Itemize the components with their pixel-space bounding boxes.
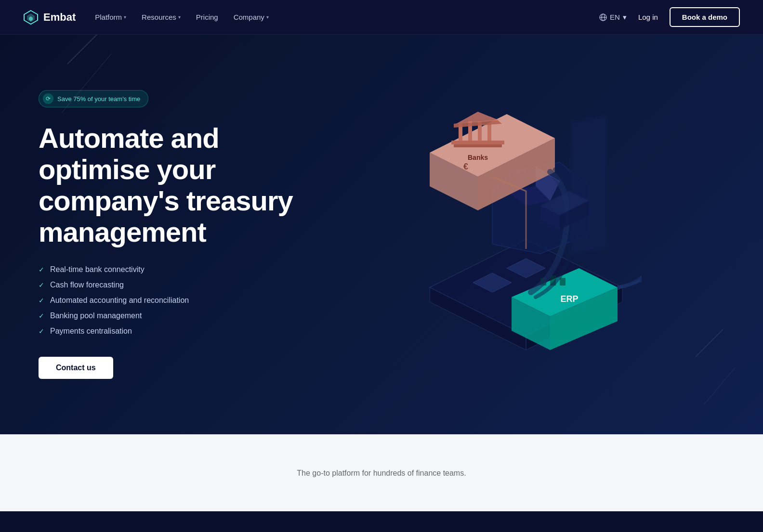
list-item: ✓ Real-time bank connectivity [39, 265, 308, 274]
navbar: Embat Platform ▾ Resources ▾ Pricing Com… [0, 0, 763, 35]
hero-illustration: ERP [308, 85, 724, 384]
contact-us-button[interactable]: Contact us [39, 357, 113, 379]
svg-rect-15 [454, 144, 502, 147]
check-icon: ✓ [39, 266, 44, 273]
logo-icon [23, 10, 39, 25]
hero-features-list: ✓ Real-time bank connectivity ✓ Cash flo… [39, 265, 308, 336]
hero-title: Automate and optimise your company's tre… [39, 123, 308, 248]
nav-right: EN ▾ Log in Book a demo [599, 7, 740, 27]
language-selector[interactable]: EN ▾ [599, 13, 627, 22]
svg-rect-19 [572, 117, 605, 253]
svg-text:Banks: Banks [468, 154, 488, 161]
chevron-down-icon: ▾ [124, 14, 126, 20]
check-icon: ✓ [39, 327, 44, 335]
check-icon: ✓ [39, 312, 44, 320]
svg-rect-9 [560, 278, 566, 285]
svg-rect-14 [451, 141, 504, 144]
check-icon: ✓ [39, 281, 44, 289]
nav-links: Platform ▾ Resources ▾ Pricing Company ▾ [95, 13, 269, 21]
chevron-down-icon: ▾ [266, 14, 269, 20]
svg-text:€: € [463, 162, 468, 171]
nav-item-pricing[interactable]: Pricing [196, 13, 218, 21]
badge-icon: ⟳ [43, 93, 53, 104]
hero-badge: ⟳ Save 75% of your team's time [39, 90, 148, 107]
globe-icon [599, 13, 607, 21]
chevron-down-icon: ▾ [178, 14, 181, 20]
check-icon: ✓ [39, 297, 44, 304]
footer-strip: The go-to platform for hundreds of finan… [0, 434, 763, 511]
nav-item-company[interactable]: Company ▾ [234, 13, 269, 21]
svg-rect-13 [487, 124, 491, 141]
hero-content: ⟳ Save 75% of your team's time Automate … [39, 90, 308, 379]
treasury-illustration: ERP [391, 95, 642, 374]
nav-left: Embat Platform ▾ Resources ▾ Pricing Com… [23, 10, 269, 25]
login-button[interactable]: Log in [638, 13, 658, 21]
svg-text:ERP: ERP [560, 294, 578, 304]
nav-item-platform[interactable]: Platform ▾ [95, 13, 126, 21]
logo[interactable]: Embat [23, 10, 76, 25]
list-item: ✓ Automated accounting and reconciliatio… [39, 296, 308, 305]
chevron-down-icon: ▾ [623, 13, 627, 22]
footer-tagline: The go-to platform for hundreds of finan… [297, 469, 466, 478]
book-demo-button[interactable]: Book a demo [670, 7, 740, 27]
list-item: ✓ Cash flow forecasting [39, 281, 308, 289]
nav-item-resources[interactable]: Resources ▾ [142, 13, 181, 21]
hero-section: ⟳ Save 75% of your team's time Automate … [0, 35, 763, 434]
list-item: ✓ Banking pool management [39, 311, 308, 320]
list-item: ✓ Payments centralisation [39, 327, 308, 336]
